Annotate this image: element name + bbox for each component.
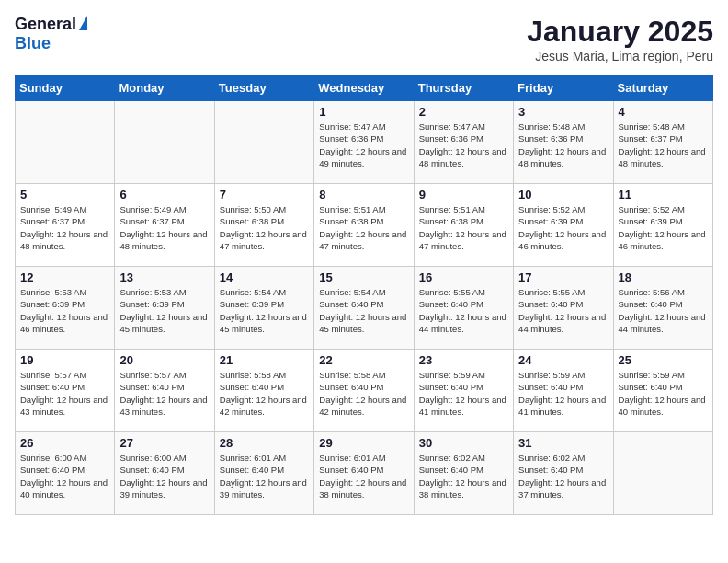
calendar-cell: 27Sunrise: 6:00 AM Sunset: 6:40 PM Dayli… bbox=[115, 432, 214, 515]
day-info: Sunrise: 5:51 AM Sunset: 6:38 PM Dayligh… bbox=[419, 203, 508, 252]
calendar-subtitle: Jesus Maria, Lima region, Peru bbox=[527, 49, 713, 63]
logo-blue-text: Blue bbox=[15, 34, 51, 52]
day-info: Sunrise: 5:57 AM Sunset: 6:40 PM Dayligh… bbox=[119, 369, 209, 418]
day-number: 26 bbox=[20, 436, 109, 450]
header-cell-wednesday: Wednesday bbox=[314, 75, 414, 101]
day-info: Sunrise: 6:00 AM Sunset: 6:40 PM Dayligh… bbox=[20, 452, 109, 500]
calendar-table: SundayMondayTuesdayWednesdayThursdayFrid… bbox=[15, 75, 713, 515]
day-number: 7 bbox=[220, 188, 309, 201]
day-info: Sunrise: 5:53 AM Sunset: 6:39 PM Dayligh… bbox=[119, 286, 209, 335]
week-row-5: 26Sunrise: 6:00 AM Sunset: 6:40 PM Dayli… bbox=[16, 432, 713, 515]
calendar-cell: 2Sunrise: 5:47 AM Sunset: 6:36 PM Daylig… bbox=[414, 101, 513, 184]
day-number: 18 bbox=[619, 270, 708, 284]
day-info: Sunrise: 5:58 AM Sunset: 6:40 PM Dayligh… bbox=[319, 369, 408, 418]
calendar-cell: 13Sunrise: 5:53 AM Sunset: 6:39 PM Dayli… bbox=[115, 267, 214, 350]
day-number: 30 bbox=[419, 436, 508, 450]
day-info: Sunrise: 6:02 AM Sunset: 6:40 PM Dayligh… bbox=[518, 452, 608, 500]
day-info: Sunrise: 5:59 AM Sunset: 6:40 PM Dayligh… bbox=[518, 369, 608, 418]
day-number: 21 bbox=[220, 353, 309, 367]
day-number: 27 bbox=[119, 436, 209, 450]
day-number: 20 bbox=[119, 353, 209, 367]
day-number: 6 bbox=[119, 188, 209, 201]
day-number: 22 bbox=[319, 353, 408, 367]
calendar-cell: 8Sunrise: 5:51 AM Sunset: 6:38 PM Daylig… bbox=[314, 184, 414, 267]
calendar-cell: 5Sunrise: 5:49 AM Sunset: 6:37 PM Daylig… bbox=[16, 184, 115, 267]
day-info: Sunrise: 6:01 AM Sunset: 6:40 PM Dayligh… bbox=[319, 452, 408, 500]
calendar-cell: 19Sunrise: 5:57 AM Sunset: 6:40 PM Dayli… bbox=[16, 350, 115, 432]
calendar-cell: 21Sunrise: 5:58 AM Sunset: 6:40 PM Dayli… bbox=[214, 350, 313, 432]
day-number: 5 bbox=[20, 188, 109, 201]
calendar-cell: 9Sunrise: 5:51 AM Sunset: 6:38 PM Daylig… bbox=[414, 184, 513, 267]
day-number: 12 bbox=[20, 270, 109, 284]
day-info: Sunrise: 5:49 AM Sunset: 6:37 PM Dayligh… bbox=[20, 203, 109, 252]
day-info: Sunrise: 5:58 AM Sunset: 6:40 PM Dayligh… bbox=[220, 369, 309, 418]
calendar-cell: 23Sunrise: 5:59 AM Sunset: 6:40 PM Dayli… bbox=[414, 350, 513, 432]
logo: General Blue bbox=[15, 15, 87, 53]
header-row: SundayMondayTuesdayWednesdayThursdayFrid… bbox=[16, 75, 713, 101]
day-number: 13 bbox=[119, 270, 209, 284]
header: General Blue January 2025 Jesus Maria, L… bbox=[15, 15, 713, 63]
calendar-cell: 18Sunrise: 5:56 AM Sunset: 6:40 PM Dayli… bbox=[613, 267, 712, 350]
day-info: Sunrise: 5:49 AM Sunset: 6:37 PM Dayligh… bbox=[119, 203, 209, 252]
week-row-4: 19Sunrise: 5:57 AM Sunset: 6:40 PM Dayli… bbox=[16, 350, 713, 432]
day-number: 10 bbox=[518, 188, 608, 201]
day-info: Sunrise: 6:00 AM Sunset: 6:40 PM Dayligh… bbox=[119, 452, 209, 500]
day-info: Sunrise: 5:50 AM Sunset: 6:38 PM Dayligh… bbox=[220, 203, 309, 252]
day-number: 2 bbox=[419, 105, 508, 119]
header-cell-monday: Monday bbox=[115, 75, 214, 101]
calendar-cell: 3Sunrise: 5:48 AM Sunset: 6:36 PM Daylig… bbox=[514, 101, 613, 184]
calendar-cell: 30Sunrise: 6:02 AM Sunset: 6:40 PM Dayli… bbox=[414, 432, 513, 515]
day-number: 28 bbox=[220, 436, 309, 450]
week-row-3: 12Sunrise: 5:53 AM Sunset: 6:39 PM Dayli… bbox=[16, 267, 713, 350]
day-info: Sunrise: 5:53 AM Sunset: 6:39 PM Dayligh… bbox=[20, 286, 109, 335]
day-info: Sunrise: 5:55 AM Sunset: 6:40 PM Dayligh… bbox=[419, 286, 508, 335]
calendar-cell bbox=[214, 101, 313, 184]
day-number: 16 bbox=[419, 270, 508, 284]
day-info: Sunrise: 6:02 AM Sunset: 6:40 PM Dayligh… bbox=[419, 452, 508, 500]
calendar-cell: 10Sunrise: 5:52 AM Sunset: 6:39 PM Dayli… bbox=[514, 184, 613, 267]
day-number: 14 bbox=[220, 270, 309, 284]
calendar-cell: 25Sunrise: 5:59 AM Sunset: 6:40 PM Dayli… bbox=[613, 350, 712, 432]
day-info: Sunrise: 5:47 AM Sunset: 6:36 PM Dayligh… bbox=[319, 121, 408, 169]
day-number: 31 bbox=[518, 436, 608, 450]
header-cell-friday: Friday bbox=[514, 75, 613, 101]
calendar-cell: 1Sunrise: 5:47 AM Sunset: 6:36 PM Daylig… bbox=[314, 101, 414, 184]
day-info: Sunrise: 5:54 AM Sunset: 6:39 PM Dayligh… bbox=[220, 286, 309, 335]
day-number: 1 bbox=[319, 105, 408, 119]
day-info: Sunrise: 5:56 AM Sunset: 6:40 PM Dayligh… bbox=[619, 286, 708, 335]
day-number: 11 bbox=[619, 188, 708, 201]
week-row-2: 5Sunrise: 5:49 AM Sunset: 6:37 PM Daylig… bbox=[16, 184, 713, 267]
calendar-cell: 31Sunrise: 6:02 AM Sunset: 6:40 PM Dayli… bbox=[514, 432, 613, 515]
day-number: 17 bbox=[518, 270, 608, 284]
calendar-cell bbox=[115, 101, 214, 184]
day-info: Sunrise: 5:59 AM Sunset: 6:40 PM Dayligh… bbox=[419, 369, 508, 418]
calendar-cell: 14Sunrise: 5:54 AM Sunset: 6:39 PM Dayli… bbox=[214, 267, 313, 350]
day-number: 15 bbox=[319, 270, 408, 284]
calendar-cell: 22Sunrise: 5:58 AM Sunset: 6:40 PM Dayli… bbox=[314, 350, 414, 432]
calendar-cell: 29Sunrise: 6:01 AM Sunset: 6:40 PM Dayli… bbox=[314, 432, 414, 515]
calendar-cell: 6Sunrise: 5:49 AM Sunset: 6:37 PM Daylig… bbox=[115, 184, 214, 267]
day-info: Sunrise: 5:47 AM Sunset: 6:36 PM Dayligh… bbox=[419, 121, 508, 169]
day-number: 9 bbox=[419, 188, 508, 201]
calendar-title: January 2025 bbox=[527, 15, 713, 49]
day-number: 24 bbox=[518, 353, 608, 367]
day-number: 4 bbox=[619, 105, 708, 119]
day-info: Sunrise: 5:51 AM Sunset: 6:38 PM Dayligh… bbox=[319, 203, 408, 252]
header-cell-sunday: Sunday bbox=[16, 75, 115, 101]
day-number: 29 bbox=[319, 436, 408, 450]
day-info: Sunrise: 5:59 AM Sunset: 6:40 PM Dayligh… bbox=[619, 369, 708, 418]
calendar-cell: 17Sunrise: 5:55 AM Sunset: 6:40 PM Dayli… bbox=[514, 267, 613, 350]
day-number: 3 bbox=[518, 105, 608, 119]
day-number: 23 bbox=[419, 353, 508, 367]
week-row-1: 1Sunrise: 5:47 AM Sunset: 6:36 PM Daylig… bbox=[16, 101, 713, 184]
calendar-cell: 28Sunrise: 6:01 AM Sunset: 6:40 PM Dayli… bbox=[214, 432, 313, 515]
calendar-cell: 20Sunrise: 5:57 AM Sunset: 6:40 PM Dayli… bbox=[115, 350, 214, 432]
day-info: Sunrise: 6:01 AM Sunset: 6:40 PM Dayligh… bbox=[220, 452, 309, 500]
day-info: Sunrise: 5:54 AM Sunset: 6:40 PM Dayligh… bbox=[319, 286, 408, 335]
header-cell-tuesday: Tuesday bbox=[214, 75, 313, 101]
calendar-cell: 7Sunrise: 5:50 AM Sunset: 6:38 PM Daylig… bbox=[214, 184, 313, 267]
calendar-cell bbox=[613, 432, 712, 515]
day-info: Sunrise: 5:57 AM Sunset: 6:40 PM Dayligh… bbox=[20, 369, 109, 418]
day-number: 19 bbox=[20, 353, 109, 367]
header-cell-saturday: Saturday bbox=[613, 75, 712, 101]
